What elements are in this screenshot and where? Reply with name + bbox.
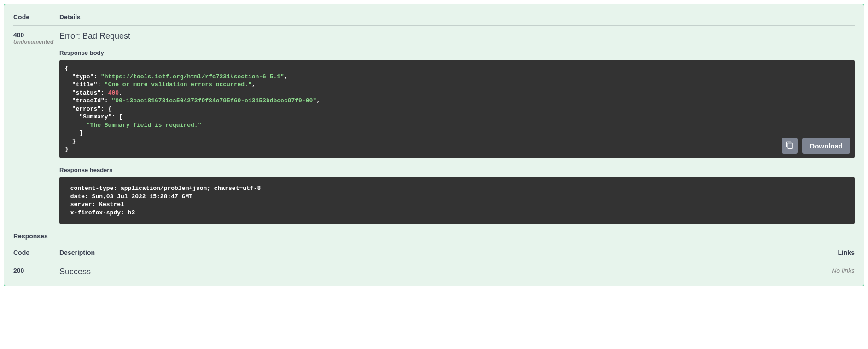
response-row-400: 400 Undocumented Error: Bad Request Resp…	[13, 26, 855, 224]
response-details-cell: Error: Bad Request Response body { "type…	[59, 31, 855, 224]
clipboard-icon	[786, 141, 794, 151]
code-column-header: Code	[13, 13, 59, 21]
response-code-cell: 200	[13, 267, 59, 277]
code-column-header: Code	[13, 249, 59, 256]
download-button[interactable]: Download	[802, 138, 850, 154]
response-links-cell: No links	[818, 267, 855, 277]
response-headers-label: Response headers	[59, 166, 855, 173]
response-body-json: { "type": "https://tools.ietf.org/html/r…	[65, 65, 849, 154]
response-body-block: { "type": "https://tools.ietf.org/html/r…	[59, 60, 855, 158]
copy-button[interactable]	[782, 138, 798, 154]
response-headers-text: content-type: application/problem+json; …	[65, 182, 849, 219]
response-code-value: 200	[13, 267, 59, 274]
undocumented-label: Undocumented	[13, 39, 59, 45]
response-code-value: 400	[13, 31, 59, 39]
response-row-200: 200 Success No links	[13, 261, 855, 277]
response-headers-block: content-type: application/problem+json; …	[59, 177, 855, 224]
description-column-header: Description	[59, 249, 818, 256]
response-body-actions: Download	[782, 138, 850, 154]
success-title: Success	[59, 267, 818, 277]
details-column-header: Details	[59, 13, 855, 21]
response-description-cell: Success	[59, 267, 818, 277]
responses-heading: Responses	[13, 232, 855, 240]
responses-table-header: Code Description Links	[13, 244, 855, 261]
code-details-header: Code Details	[13, 9, 855, 26]
response-body-label: Response body	[59, 49, 855, 56]
error-title: Error: Bad Request	[59, 31, 855, 41]
links-column-header: Links	[818, 249, 855, 256]
response-code-cell: 400 Undocumented	[13, 31, 59, 224]
swagger-response-panel: Code Details 400 Undocumented Error: Bad…	[4, 4, 864, 286]
